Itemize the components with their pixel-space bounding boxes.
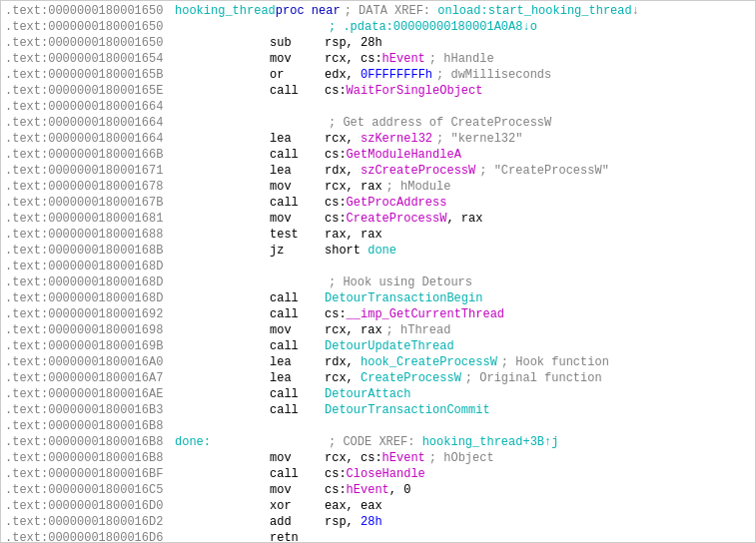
table-row[interactable]: .text:0000000180001678movrcx, rax; hModu… [1, 179, 755, 195]
mnemonic: mov [270, 450, 325, 466]
mnemonic: xor [270, 498, 325, 514]
address: .text:00000001800016B8 [5, 418, 175, 434]
address: .text:00000001800016AE [5, 386, 175, 402]
table-row[interactable]: .text:0000000180001654movrcx, cs:hEvent;… [1, 51, 755, 67]
operands: eax, eax [325, 498, 382, 514]
table-row[interactable]: .text:0000000180001664 [1, 99, 755, 115]
address: .text:0000000180001681 [5, 211, 175, 227]
table-row[interactable]: .text:00000001800016BFcallcs:CloseHandle [1, 466, 755, 482]
address: .text:0000000180001692 [5, 306, 175, 322]
table-row[interactable]: .text:00000001800016B8 [1, 418, 755, 434]
mnemonic: retn [270, 530, 325, 543]
mnemonic: mov [270, 482, 325, 498]
table-row[interactable]: .text:000000018000168D; Hook using Detou… [1, 274, 755, 290]
comment: ; Original function [465, 370, 602, 386]
table-row[interactable]: .text:0000000180001664learcx, szKernel32… [1, 131, 755, 147]
comment: ; Get address of CreateProcessW [329, 115, 551, 131]
table-row[interactable]: .text:00000001800016A0leardx, hook_Creat… [1, 354, 755, 370]
address: .text:000000018000165E [5, 83, 175, 99]
mnemonic: mov [270, 179, 325, 195]
address: .text:0000000180001650 [5, 3, 175, 19]
mnemonic: test [270, 227, 325, 243]
table-row[interactable]: .text:00000001800016D0xoreax, eax [1, 498, 755, 514]
mnemonic: call [270, 338, 325, 354]
table-row[interactable]: .text:000000018000165Boredx, 0FFFFFFFFh;… [1, 67, 755, 83]
table-row[interactable]: .text:000000018000167Bcallcs:GetProcAddr… [1, 195, 755, 211]
operands: cs:GetModuleHandleA [325, 147, 461, 163]
address: .text:000000018000167B [5, 195, 175, 211]
address: .text:00000001800016A7 [5, 370, 175, 386]
operands: rsp, 28h [325, 35, 382, 51]
comment: ; Hook using Detours [329, 274, 472, 290]
operands: rdx, hook_CreateProcessW [325, 354, 497, 370]
mnemonic: call [270, 466, 325, 482]
comment: ; hThread [386, 322, 451, 338]
comment: ; hHandle [429, 51, 494, 67]
operands: rcx, CreateProcessW [325, 370, 461, 386]
table-row[interactable]: .text:000000018000168Bjzshort done [1, 243, 755, 259]
comment: ; dwMilliseconds [436, 67, 551, 83]
table-row[interactable]: .text:00000001800016A7learcx, CreateProc… [1, 370, 755, 386]
address: .text:0000000180001671 [5, 163, 175, 179]
address: .text:00000001800016D6 [5, 530, 175, 543]
table-row[interactable]: .text:00000001800016B8done:; CODE XREF: … [1, 434, 755, 450]
address: .text:00000001800016B3 [5, 402, 175, 418]
table-row[interactable]: .text:000000018000165Ecallcs:WaitForSing… [1, 83, 755, 99]
table-row[interactable]: .text:000000018000169BcallDetourUpdateTh… [1, 338, 755, 354]
address: .text:0000000180001688 [5, 227, 175, 243]
table-row[interactable]: .text:000000018000168D [1, 259, 755, 274]
mnemonic: call [270, 386, 325, 402]
address: .text:0000000180001664 [5, 99, 175, 115]
address: .text:000000018000168D [5, 290, 175, 306]
operands: cs:GetProcAddress [325, 195, 446, 211]
operands: rdx, szCreateProcessW [325, 163, 475, 179]
label: done: [175, 434, 270, 450]
address: .text:0000000180001650 [5, 19, 175, 35]
address: .text:0000000180001654 [5, 51, 175, 67]
address: .text:0000000180001650 [5, 35, 175, 51]
operands: rcx, rax [325, 322, 382, 338]
table-row[interactable]: .text:0000000180001650; .pdata:000000001… [1, 19, 755, 35]
table-row[interactable]: .text:0000000180001692callcs:__imp_GetCu… [1, 306, 755, 322]
table-row[interactable]: .text:00000001800016B8movrcx, cs:hEvent;… [1, 450, 755, 466]
mnemonic: lea [270, 370, 325, 386]
table-row[interactable]: .text:00000001800016D2addrsp, 28h [1, 514, 755, 530]
mnemonic: lea [270, 131, 325, 147]
table-row[interactable]: .text:000000018000168DcallDetourTransact… [1, 290, 755, 306]
mnemonic: jz [270, 243, 325, 259]
address: .text:000000018000168B [5, 243, 175, 259]
table-row[interactable]: .text:0000000180001671leardx, szCreatePr… [1, 163, 755, 179]
comment: ; .pdata:00000000180001A0A8↓o [329, 19, 537, 35]
address: .text:0000000180001664 [5, 115, 175, 131]
operands: rcx, cs:hEvent [325, 450, 425, 466]
operands: rax, rax [325, 227, 382, 243]
table-row[interactable]: .text:0000000180001650subrsp, 28h [1, 35, 755, 51]
address: .text:00000001800016B8 [5, 434, 175, 450]
mnemonic: call [270, 147, 325, 163]
mnemonic: call [270, 402, 325, 418]
address: .text:00000001800016D2 [5, 514, 175, 530]
table-row[interactable]: .text:0000000180001664; Get address of C… [1, 115, 755, 131]
table-row[interactable]: .text:0000000180001698movrcx, rax; hThre… [1, 322, 755, 338]
disassembly-view[interactable]: .text:0000000180001650hooking_threadproc… [0, 0, 756, 543]
table-row[interactable]: .text:0000000180001681movcs:CreateProces… [1, 211, 755, 227]
mnemonic: or [270, 67, 325, 83]
table-row[interactable]: .text:0000000180001688testrax, rax [1, 227, 755, 243]
mnemonic: call [270, 83, 325, 99]
table-row[interactable]: .text:000000018000166Bcallcs:GetModuleHa… [1, 147, 755, 163]
label: hooking_thread [175, 3, 276, 19]
table-row[interactable]: .text:00000001800016B3callDetourTransact… [1, 402, 755, 418]
address: .text:0000000180001664 [5, 131, 175, 147]
table-row[interactable]: .text:0000000180001650hooking_threadproc… [1, 3, 755, 19]
operands: cs:hEvent, 0 [325, 482, 410, 498]
mnemonic: mov [270, 51, 325, 67]
table-row[interactable]: .text:00000001800016AEcallDetourAttach [1, 386, 755, 402]
operands: rsp, 28h [325, 514, 382, 530]
address: .text:000000018000165B [5, 67, 175, 83]
operands: rcx, szKernel32 [325, 131, 432, 147]
operands: short done [325, 243, 396, 259]
address: .text:00000001800016D0 [5, 498, 175, 514]
address: .text:00000001800016A0 [5, 354, 175, 370]
table-row[interactable]: .text:00000001800016C5movcs:hEvent, 0 [1, 482, 755, 498]
table-row[interactable]: .text:00000001800016D6retn [1, 530, 755, 543]
